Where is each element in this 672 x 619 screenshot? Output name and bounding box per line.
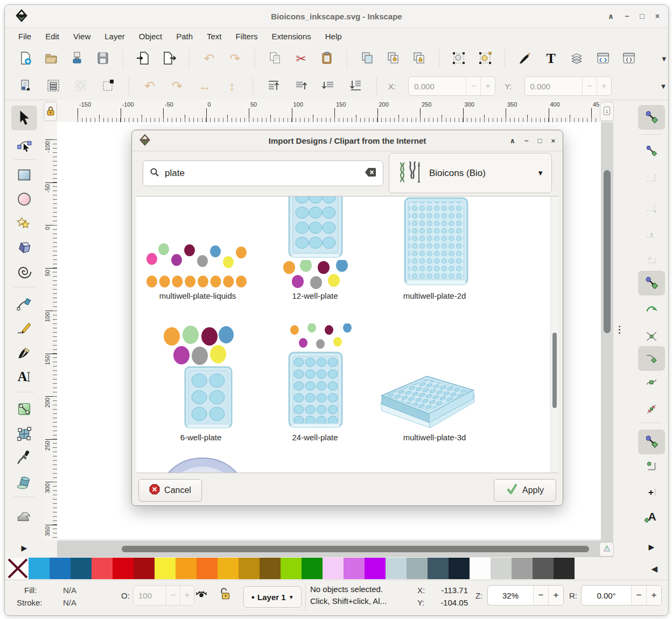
export-button[interactable] bbox=[160, 50, 177, 68]
unlink-clone-button[interactable] bbox=[410, 50, 427, 68]
minimize-to-tray-icon[interactable]: ∧ bbox=[608, 12, 614, 20]
minus-icon[interactable]: − bbox=[166, 586, 180, 605]
dialog-close-icon[interactable]: × bbox=[551, 137, 555, 145]
result-item-partial[interactable] bbox=[160, 456, 244, 473]
result-label[interactable]: multiwell-plate-2d bbox=[391, 291, 478, 301]
tool-gradient[interactable] bbox=[11, 397, 37, 422]
tool-calligraphy[interactable] bbox=[11, 341, 37, 365]
page-grid-toggle-button[interactable]: 1 bbox=[600, 102, 614, 121]
tool-mesh-gradient[interactable] bbox=[11, 422, 37, 447]
snap-nodes-button[interactable] bbox=[638, 271, 665, 296]
rotation-value[interactable]: 0.00° bbox=[582, 591, 631, 600]
palette-swatch[interactable] bbox=[176, 558, 197, 579]
minus-icon[interactable]: − bbox=[466, 77, 480, 95]
menu-help[interactable]: Help bbox=[318, 30, 349, 43]
plus-icon[interactable]: + bbox=[180, 586, 194, 605]
cancel-button[interactable]: Cancel bbox=[138, 479, 202, 502]
print-button[interactable] bbox=[69, 50, 86, 68]
tool-node-editor[interactable] bbox=[11, 132, 37, 157]
results-scrollbar[interactable] bbox=[550, 196, 558, 473]
ungroup-button[interactable] bbox=[477, 50, 493, 68]
layer-lock-toggle[interactable] bbox=[219, 587, 231, 602]
menu-view[interactable]: View bbox=[66, 30, 97, 43]
minus-icon[interactable]: − bbox=[582, 77, 597, 95]
raise-to-top-button[interactable] bbox=[264, 77, 283, 95]
palette-swatch[interactable] bbox=[281, 558, 302, 579]
snap-paths-button[interactable] bbox=[638, 298, 665, 322]
text-dialog-button[interactable]: T bbox=[543, 50, 559, 68]
palette-swatch[interactable] bbox=[92, 558, 113, 579]
menu-filters[interactable]: Filters bbox=[229, 30, 265, 43]
tool-controls-overflow-button[interactable]: ▼ bbox=[654, 77, 669, 95]
current-layer-selector[interactable]: ● Layer 1 ▼ bbox=[243, 586, 302, 608]
palette-swatch[interactable] bbox=[29, 558, 50, 579]
plus-icon[interactable]: + bbox=[646, 586, 661, 605]
undo-button[interactable]: ↶ bbox=[201, 50, 218, 68]
rotation-spinbox[interactable]: 0.00° − + bbox=[581, 585, 662, 606]
palette-swatch[interactable] bbox=[218, 558, 239, 579]
snap-rotation-centers-button[interactable] bbox=[638, 481, 665, 505]
menu-layer[interactable]: Layer bbox=[97, 30, 132, 43]
import-button[interactable] bbox=[135, 50, 151, 68]
palette-swatch[interactable] bbox=[113, 558, 134, 579]
zoom-spinbox[interactable]: 32% − + bbox=[487, 585, 564, 606]
clear-search-icon[interactable] bbox=[365, 167, 376, 179]
selection-box-button[interactable] bbox=[99, 77, 117, 95]
minus-icon[interactable]: − bbox=[533, 586, 548, 605]
duplicate-button[interactable] bbox=[359, 50, 375, 68]
palette-swatch[interactable] bbox=[155, 558, 176, 579]
lower-to-bottom-button[interactable] bbox=[347, 77, 365, 95]
xml-editor-button[interactable] bbox=[594, 50, 611, 68]
find-replace-button[interactable] bbox=[620, 50, 637, 68]
tool-star[interactable] bbox=[11, 212, 37, 236]
save-button[interactable] bbox=[95, 50, 111, 68]
menu-file[interactable]: File bbox=[11, 30, 38, 43]
rotate-cw-button[interactable]: ↷ bbox=[168, 77, 186, 95]
rotate-ccw-button[interactable]: ↶ bbox=[141, 77, 159, 95]
fill-value[interactable]: N/A bbox=[63, 586, 76, 595]
snap-others-button[interactable] bbox=[638, 430, 665, 454]
y-coordinate-value[interactable]: 0.000 bbox=[525, 82, 582, 91]
tool-3d-box[interactable] bbox=[11, 236, 37, 261]
plus-icon[interactable]: + bbox=[480, 77, 495, 95]
flip-horizontal-button[interactable]: ↔ bbox=[195, 77, 214, 95]
lower-button[interactable] bbox=[319, 77, 338, 95]
result-label[interactable]: 24-well-plate bbox=[272, 432, 358, 443]
vertical-scrollbar[interactable] bbox=[601, 122, 613, 541]
tool-rectangle[interactable] bbox=[11, 163, 37, 188]
palette-swatch[interactable] bbox=[470, 558, 491, 579]
tool-spiral[interactable] bbox=[11, 260, 37, 285]
result-label[interactable]: 6-well-plate bbox=[158, 432, 244, 443]
color-managed-view-button[interactable] bbox=[599, 542, 614, 557]
dialog-minimize-icon[interactable]: − bbox=[524, 137, 529, 145]
menu-extensions[interactable]: Extensions bbox=[264, 30, 318, 43]
dock-resize-handle[interactable] bbox=[618, 326, 621, 334]
palette-swatch[interactable] bbox=[323, 558, 344, 579]
paste-button[interactable] bbox=[319, 50, 335, 68]
palette-scroll-left-button[interactable]: ◀ bbox=[648, 564, 661, 574]
x-coordinate-spinbox[interactable]: 0.000 − + bbox=[408, 76, 495, 96]
palette-swatch[interactable] bbox=[302, 558, 323, 579]
palette-swatch[interactable] bbox=[197, 558, 218, 579]
palette-swatch[interactable] bbox=[50, 558, 71, 579]
horizontal-ruler[interactable]: -150-100-5005010015020025030035040045 bbox=[57, 100, 600, 122]
menu-object[interactable]: Object bbox=[132, 30, 169, 43]
result-item-multiwell-plate-3d[interactable] bbox=[376, 369, 479, 433]
result-label[interactable]: 12-well-plate bbox=[272, 291, 358, 301]
horizontal-scrollbar-handle[interactable] bbox=[122, 546, 589, 552]
result-label[interactable]: multiwell-plate-liquids bbox=[155, 291, 241, 301]
minus-icon[interactable]: − bbox=[631, 586, 646, 605]
snap-object-centers-button[interactable] bbox=[638, 454, 665, 479]
opacity-value[interactable]: 100 bbox=[134, 591, 166, 600]
fill-stroke-dialog-button[interactable] bbox=[516, 50, 533, 68]
dialog-maximize-icon[interactable]: □ bbox=[538, 137, 542, 145]
close-icon[interactable]: × bbox=[655, 12, 660, 20]
snap-bbox-edges-button[interactable] bbox=[638, 166, 665, 191]
snap-bbox-centers-button[interactable] bbox=[638, 248, 665, 272]
y-coordinate-spinbox[interactable]: 0.000 − + bbox=[524, 76, 612, 96]
horizontal-scrollbar[interactable] bbox=[57, 541, 613, 557]
source-selector-button[interactable]: Bioicons (Bio) ▼ bbox=[389, 153, 552, 193]
new-document-button[interactable] bbox=[17, 50, 33, 68]
vertical-scrollbar-handle[interactable] bbox=[604, 170, 611, 333]
palette-swatch[interactable] bbox=[554, 558, 575, 579]
